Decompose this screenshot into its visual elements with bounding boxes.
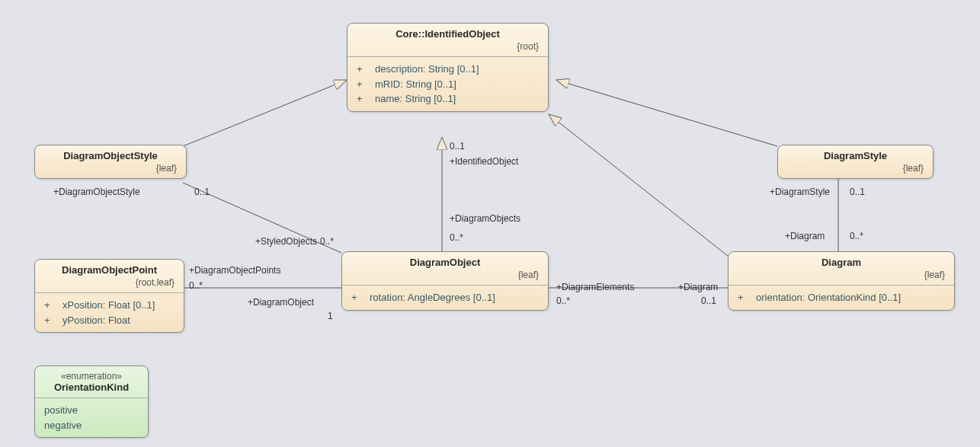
assoc-role: +DiagramObjectStyle — [53, 187, 140, 197]
class-title: Diagram — [738, 257, 945, 268]
assoc-role: +IdentifiedObject — [450, 156, 518, 167]
enum-orientation-kind[interactable]: «enumeration» OrientationKind positive n… — [34, 366, 149, 438]
enum-literals: positive negative — [35, 398, 148, 437]
class-diagram-object-style[interactable]: DiagramObjectStyle {leaf} — [34, 145, 187, 179]
attr-compartment: +orientation: OrientationKind [0..1] — [729, 286, 954, 310]
class-identified-object[interactable]: Core::IdentifiedObject {root} +descripti… — [347, 23, 549, 112]
class-title: Core::IdentifiedObject — [357, 28, 539, 40]
class-diagram-object[interactable]: DiagramObject {leaf} +rotation: AngleDeg… — [341, 251, 549, 311]
assoc-card: 0..1 — [450, 141, 465, 152]
assoc-role: +DiagramElements — [556, 282, 634, 292]
enum-stereotype: «enumeration» — [44, 371, 139, 382]
assoc-role: +Diagram — [678, 282, 718, 292]
class-title: DiagramObjectStyle — [44, 150, 177, 161]
assoc-role: +Diagram — [785, 231, 825, 241]
class-constraint: {root,leaf} — [44, 277, 175, 288]
class-constraint: {leaf} — [738, 270, 945, 280]
class-diagram[interactable]: Diagram {leaf} +orientation: Orientation… — [728, 251, 955, 311]
assoc-role: +DiagramObjectPoints — [189, 265, 280, 276]
class-title: DiagramObject — [351, 257, 539, 268]
assoc-role: +DiagramStyle — [770, 187, 830, 197]
class-diagram-object-point[interactable]: DiagramObjectPoint {root,leaf} +xPositio… — [34, 259, 184, 333]
class-title: DiagramObjectPoint — [44, 264, 175, 276]
assoc-card: 0..* — [850, 231, 863, 241]
assoc-card: 0..* — [556, 295, 570, 306]
assoc-card: 0..* — [450, 232, 463, 243]
class-constraint: {leaf} — [787, 163, 924, 174]
assoc-role: +DiagramObject — [248, 297, 314, 308]
assoc-role: +StyledObjects — [255, 236, 317, 247]
enum-title: OrientationKind — [44, 382, 139, 393]
assoc-card: 0..* — [320, 236, 334, 247]
assoc-role: +DiagramObjects — [450, 213, 520, 224]
class-constraint: {leaf} — [44, 163, 177, 174]
assoc-card: 0..1 — [194, 187, 210, 197]
assoc-card: 0..* — [189, 280, 203, 291]
class-diagram-style[interactable]: DiagramStyle {leaf} — [777, 145, 934, 179]
attr-compartment: +xPosition: Float [0..1] +yPosition: Flo… — [35, 293, 184, 332]
attr-compartment: +rotation: AngleDegrees [0..1] — [342, 286, 548, 310]
class-title: DiagramStyle — [787, 150, 924, 161]
assoc-card: 1 — [328, 311, 333, 321]
assoc-card: 0..1 — [850, 187, 865, 197]
assoc-card: 0..1 — [701, 295, 716, 306]
class-constraint: {root} — [357, 41, 539, 52]
class-constraint: {leaf} — [351, 270, 539, 280]
attr-compartment: +description: String [0..1] +mRID: Strin… — [347, 57, 548, 111]
